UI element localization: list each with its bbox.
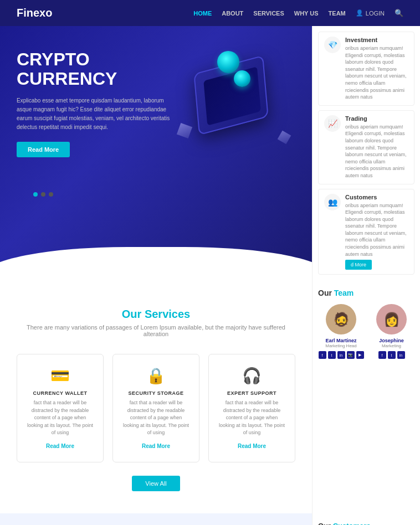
phone-3d-illustration	[173, 48, 295, 148]
services-grid: 💳 CURRENCY WALLET fact that a reader wil…	[17, 354, 295, 462]
dot-3[interactable]	[49, 192, 53, 197]
rp-trading-title: Trading	[345, 115, 408, 122]
rp-investment-content: Investment oribus aperiam numquam! Elige…	[345, 37, 408, 101]
earl-avatar: 🧔	[326, 304, 356, 334]
hero-row: CRYPTO CURRENCY Explicabo esse amet temp…	[0, 26, 420, 280]
earl-facebook-icon[interactable]: f	[319, 351, 326, 359]
coin-2	[234, 70, 250, 87]
customers-title: Our Customers	[318, 522, 414, 525]
josephine-facebook-icon[interactable]: f	[378, 351, 386, 359]
cube-2	[277, 131, 291, 145]
nav-login[interactable]: 👤 LOGIN	[356, 9, 385, 17]
service-card-support: 🎧 EXPERT SUPPORT fact that a reader will…	[208, 354, 295, 462]
rp-customers-btn[interactable]: d More	[345, 260, 372, 270]
josephine-role: Marketing	[368, 343, 414, 348]
team-title: Our Team	[318, 289, 414, 297]
rp-customers-content: Customers oribus aperiam numquam! Eligen…	[345, 194, 408, 270]
rp-trading: 📈 Trading oribus aperiam numquam! Eligen…	[318, 110, 414, 184]
support-desc: fact that a reader will be distracted by…	[218, 399, 286, 437]
services-row: Our Services There are many variations o…	[0, 280, 420, 513]
rp-investment-title: Investment	[345, 37, 408, 43]
coin-1	[217, 51, 239, 73]
trading-icon: 📈	[324, 115, 341, 132]
wallet-read-more[interactable]: Read More	[46, 443, 74, 449]
dot-1[interactable]	[33, 192, 38, 197]
phone-screen	[203, 66, 261, 126]
user-icon: 👤	[356, 9, 363, 17]
security-name: SECURITY STORAGE	[122, 390, 190, 396]
nav-services[interactable]: SERVICES	[253, 10, 284, 17]
dot-2[interactable]	[41, 192, 45, 197]
earl-youtube-icon[interactable]: ▶	[356, 351, 364, 359]
rp-trading-content: Trading oribus aperiam numquam! Eligendi…	[345, 115, 408, 179]
nav-links: HOME ABOUT SERVICES WHY US TEAM 👤 LOGIN …	[193, 9, 403, 17]
josephine-social: f t in	[368, 351, 414, 359]
rp-investment: 💎 Investment oribus aperiam numquam! Eli…	[318, 32, 414, 106]
wallet-desc: fact that a reader will be distracted by…	[26, 399, 94, 437]
earl-linkedin-icon[interactable]: in	[337, 351, 345, 359]
services-subtitle: There are many variations of passages of…	[17, 324, 295, 337]
hero-image	[172, 48, 295, 159]
rp-customers-text: oribus aperiam numquam! Eligendi corrupt…	[345, 202, 408, 258]
hero-content: CRYPTO CURRENCY Explicabo esse amet temp…	[17, 48, 295, 159]
search-icon[interactable]: 🔍	[395, 9, 403, 17]
support-name: EXPERT SUPPORT	[218, 390, 286, 396]
earl-social: f t in 📷 ▶	[318, 351, 364, 359]
hero-section: CRYPTO CURRENCY Explicabo esse amet temp…	[0, 26, 312, 280]
rp-customers-title: Customers	[345, 194, 408, 200]
brand-logo: Finexo	[17, 7, 52, 19]
right-panel-hero: 💎 Investment oribus aperiam numquam! Eli…	[312, 26, 420, 280]
hero-title: CRYPTO CURRENCY	[17, 50, 172, 89]
team-member-earl: 🧔 Earl Martinez Marketing Head f t in 📷 …	[318, 304, 364, 359]
josephine-twitter-icon[interactable]: t	[388, 351, 396, 359]
security-read-more[interactable]: Read More	[142, 443, 170, 449]
customers-icon: 👥	[324, 194, 341, 210]
team-section: Our Team 🧔 Earl Martinez Marketing Head …	[312, 280, 420, 513]
about-row: About Us Magni quod blanditiis non minus…	[0, 513, 420, 525]
nav-home[interactable]: HOME	[193, 10, 212, 17]
support-icon: 🎧	[218, 367, 286, 385]
josephine-name: Josephine	[368, 338, 414, 343]
about-section: About Us Magni quod blanditiis non minus…	[0, 513, 312, 525]
rp-investment-text: oribus aperiam numquam! Eligendi corrupt…	[345, 45, 408, 101]
team-cards: 🧔 Earl Martinez Marketing Head f t in 📷 …	[318, 304, 414, 359]
earl-twitter-icon[interactable]: t	[328, 351, 336, 359]
service-card-wallet: 💳 CURRENCY WALLET fact that a reader wil…	[17, 354, 104, 462]
josephine-linkedin-icon[interactable]: in	[397, 351, 405, 359]
services-title: Our Services	[17, 308, 295, 321]
security-desc: fact that a reader will be distracted by…	[122, 399, 190, 437]
earl-instagram-icon[interactable]: 📷	[347, 351, 355, 359]
nav-about[interactable]: ABOUT	[222, 10, 243, 17]
customers-section: Our Customers 👨 LusDen Magna aliqua, UI …	[312, 513, 420, 525]
josephine-avatar: 👩	[376, 304, 407, 334]
hero-cta-button[interactable]: Read More	[17, 142, 70, 157]
hero-text: CRYPTO CURRENCY Explicabo esse amet temp…	[17, 50, 172, 157]
support-read-more[interactable]: Read More	[238, 443, 266, 449]
earl-role: Marketing Head	[318, 343, 364, 348]
nav-why-us[interactable]: WHY US	[294, 10, 319, 17]
rp-trading-text: oribus aperiam numquam! Eligendi corrupt…	[345, 123, 408, 179]
cube-1	[176, 123, 192, 138]
investment-icon: 💎	[324, 37, 341, 53]
security-icon: 🔒	[122, 367, 190, 385]
view-all-button[interactable]: View All	[132, 476, 180, 491]
hero-dots	[17, 192, 295, 197]
rp-customers: 👥 Customers oribus aperiam numquam! Elig…	[318, 189, 414, 275]
services-section: Our Services There are many variations o…	[0, 280, 312, 513]
hero-description: Explicabo esse amet tempore quisdam laud…	[17, 96, 172, 132]
nav-team[interactable]: TEAM	[329, 10, 346, 17]
service-card-security: 🔒 SECURITY STORAGE fact that a reader wi…	[112, 354, 199, 462]
navbar: Finexo HOME ABOUT SERVICES WHY US TEAM 👤…	[0, 0, 420, 26]
team-member-josephine: 👩 Josephine Marketing f t in	[368, 304, 414, 359]
wallet-name: CURRENCY WALLET	[26, 390, 94, 396]
wallet-icon: 💳	[26, 367, 94, 385]
earl-name: Earl Martinez	[318, 338, 364, 343]
